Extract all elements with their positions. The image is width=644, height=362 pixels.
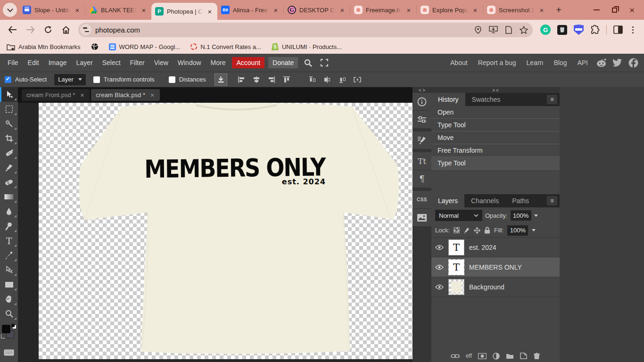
location-pin-icon[interactable]: [475, 26, 481, 34]
delete-layer-icon[interactable]: [533, 353, 540, 360]
close-icon[interactable]: [538, 6, 545, 14]
opacity-slider-icon[interactable]: [534, 214, 538, 217]
forward-icon[interactable]: [23, 22, 38, 37]
link-report-bug[interactable]: Report a bug: [473, 59, 521, 66]
tab-history[interactable]: History: [431, 93, 465, 106]
menu-view[interactable]: View: [149, 59, 173, 66]
close-icon[interactable]: [339, 6, 346, 14]
layer-row-members-only[interactable]: T MEMBERS ONLY: [431, 257, 560, 277]
layer-row-est-2024[interactable]: T est. 2024: [431, 238, 560, 257]
lock-position-icon[interactable]: [474, 227, 480, 234]
align-left-icon[interactable]: [236, 74, 247, 85]
window-close-icon[interactable]: [629, 6, 635, 15]
side-panel-icon[interactable]: [613, 25, 623, 34]
page-icon[interactable]: [505, 26, 512, 34]
browser-tab-blank-tees[interactable]: BLANK TEES: [85, 2, 151, 18]
hand-tool[interactable]: [0, 292, 18, 306]
back-icon[interactable]: [5, 22, 20, 37]
panel-menu-icon[interactable]: [547, 196, 557, 206]
close-icon[interactable]: [405, 6, 413, 14]
collapse-handle[interactable]: [413, 87, 431, 93]
paragraph-panel-icon[interactable]: ¶: [413, 170, 431, 188]
close-icon[interactable]: [149, 91, 155, 99]
lock-all-icon[interactable]: [484, 227, 490, 234]
new-group-icon[interactable]: [506, 353, 514, 359]
blur-tool[interactable]: [0, 204, 18, 219]
tab-search-button[interactable]: [3, 3, 17, 17]
layer-mask-icon[interactable]: [478, 353, 487, 359]
history-step[interactable]: Free Transform: [431, 144, 560, 157]
color-swatches[interactable]: [0, 323, 18, 344]
history-brush-panel-icon[interactable]: [413, 132, 431, 149]
path-select-tool[interactable]: [0, 263, 18, 277]
bookmark-unilumi[interactable]: S UNILUMI · Products...: [272, 43, 342, 50]
adjustment-layer-icon[interactable]: [493, 353, 500, 360]
zoom-tool[interactable]: [0, 306, 18, 321]
panel-menu-icon[interactable]: [547, 95, 557, 104]
eye-icon[interactable]: [435, 264, 444, 270]
collapse-handle[interactable]: [431, 87, 560, 93]
tab-channels[interactable]: Channels: [464, 194, 505, 207]
auto-select-checkbox[interactable]: [5, 76, 11, 83]
default-colors-icon[interactable]: [11, 324, 15, 327]
dodge-tool[interactable]: [0, 219, 18, 233]
extension-icon[interactable]: [557, 25, 567, 35]
donate-button[interactable]: Donate: [268, 57, 298, 68]
close-icon[interactable]: [272, 6, 280, 14]
link-blog[interactable]: Blog: [548, 59, 572, 66]
lock-transparency-icon[interactable]: [454, 227, 460, 233]
browser-tab-freeimage[interactable]: Freeimage.h: [350, 2, 416, 18]
gradient-tool[interactable]: [0, 189, 18, 204]
fill-value[interactable]: 100%: [507, 225, 528, 236]
tab-swatches[interactable]: Swatches: [465, 93, 507, 106]
close-icon[interactable]: [140, 6, 148, 14]
new-tab-button[interactable]: +: [552, 3, 565, 16]
shield-extension-icon[interactable]: [574, 25, 584, 35]
bookmark-folder[interactable]: Arabia Mtn Bookmarks: [7, 43, 81, 50]
tab-layers[interactable]: Layers: [431, 194, 464, 207]
new-layer-icon[interactable]: [520, 353, 527, 359]
pen-tool[interactable]: [0, 248, 18, 263]
bookmark-globe[interactable]: [91, 43, 99, 50]
distances-checkbox[interactable]: [169, 76, 175, 83]
export-download-button[interactable]: [215, 74, 227, 86]
eraser-tool[interactable]: [0, 175, 18, 189]
rectangle-shape-tool[interactable]: [0, 277, 18, 292]
twitter-icon[interactable]: [611, 57, 623, 68]
fill-slider-icon[interactable]: [532, 229, 536, 231]
canvas[interactable]: MEMBERS ONLY est. 2024: [39, 103, 413, 359]
bookmark-convert-rates[interactable]: N.1 Convert Rates a...: [190, 43, 261, 50]
browser-tab-photopea[interactable]: P Photopea | O: [151, 3, 217, 20]
close-icon[interactable]: [74, 6, 81, 14]
bookmark-star-icon[interactable]: [520, 26, 528, 34]
browser-menu-icon[interactable]: [629, 26, 636, 33]
menu-select[interactable]: Select: [98, 59, 125, 66]
align-center-horizontal-icon[interactable]: [251, 74, 262, 85]
distribute-bottom-icon[interactable]: [337, 74, 348, 85]
eye-icon[interactable]: [435, 245, 444, 250]
menu-image[interactable]: Image: [44, 59, 72, 66]
restore-icon[interactable]: [612, 8, 617, 13]
history-step[interactable]: Open: [431, 106, 560, 119]
facebook-icon[interactable]: [627, 57, 639, 68]
layer-effects-button[interactable]: eff: [466, 353, 472, 359]
align-top-icon[interactable]: [281, 74, 292, 85]
close-icon[interactable]: [79, 91, 85, 99]
extensions-puzzle-icon[interactable]: [590, 25, 600, 34]
distribute-spacing-icon[interactable]: [352, 74, 363, 85]
close-icon[interactable]: [471, 6, 479, 14]
lock-paint-icon[interactable]: [463, 227, 470, 234]
character-panel-icon[interactable]: Tt: [413, 152, 431, 170]
link-about[interactable]: About: [445, 59, 473, 66]
address-bar[interactable]: photopea.com: [78, 23, 533, 37]
keyboard-shortcuts-icon[interactable]: [0, 346, 18, 359]
move-tool[interactable]: [0, 87, 18, 102]
account-button[interactable]: Account: [232, 57, 264, 68]
swap-colors-icon[interactable]: [1, 334, 5, 338]
menu-file[interactable]: File: [3, 59, 23, 66]
layer-row-background[interactable]: Background: [431, 277, 560, 297]
transform-controls-checkbox[interactable]: [93, 76, 100, 83]
menu-more[interactable]: More: [206, 59, 231, 66]
link-api[interactable]: API: [572, 59, 593, 66]
adjustments-panel-icon[interactable]: [413, 111, 431, 128]
